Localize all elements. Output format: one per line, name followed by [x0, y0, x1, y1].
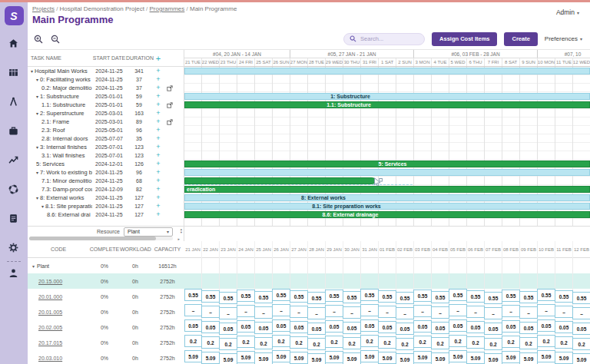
zoom-out-icon[interactable]: [51, 34, 61, 44]
allocation-cell[interactable]: 0.55: [502, 289, 520, 304]
allocation-cell[interactable]: 5.09: [573, 350, 590, 364]
open-task-icon[interactable]: [164, 119, 175, 125]
zoom-in-icon[interactable]: [34, 34, 44, 44]
resource-row[interactable]: 20.15.0000%0h2752h: [28, 273, 590, 289]
task-row[interactable]: 2.8: Internal doors2025-07-0735+: [28, 134, 184, 143]
resource-code-link[interactable]: 20.02.005: [38, 325, 62, 330]
resource-row[interactable]: 20.03.0100%0h2752h5.095.095.095.095.095.…: [28, 350, 590, 364]
app-logo[interactable]: S: [5, 6, 24, 25]
allocation-cell[interactable]: 0.2: [555, 335, 573, 350]
scrollbar-arrow-icon[interactable]: ▸: [177, 237, 180, 241]
allocation-cell[interactable]: 0.55: [520, 289, 538, 304]
allocation-cell[interactable]: 0.05: [202, 319, 220, 335]
task-row[interactable]: ▾1: Substructure2025-01-0159+: [28, 92, 184, 101]
resource-row[interactable]: 20.17.0150%0h2752h0.20.20.20.20.20.20.20…: [28, 335, 590, 350]
allocation-cell[interactable]: 0.55: [343, 289, 361, 304]
allocation-cell[interactable]: 0.2: [184, 335, 202, 350]
task-row[interactable]: ▾7: Work to existing bui2024-11-2596+: [28, 168, 184, 177]
gantt-bar[interactable]: 1: Substructure: [184, 93, 590, 100]
allocation-cell[interactable]: 5.09: [520, 350, 538, 364]
task-row[interactable]: ▾2: Superstructure2025-03-01163+: [28, 109, 184, 117]
panel-splitter[interactable]: Resource Plant ▾ ▴▾ ▸: [28, 226, 590, 241]
expand-caret-icon[interactable]: ▾: [31, 69, 33, 74]
allocation-cell[interactable]: 0.55: [184, 289, 202, 304]
allocation-cell[interactable]: 0.05: [326, 319, 343, 335]
preferences-menu[interactable]: Preferences ▾: [545, 35, 582, 42]
allocation-cell[interactable]: 5.09: [237, 350, 255, 364]
allocation-cell[interactable]: 0.55: [202, 289, 220, 304]
compass-icon[interactable]: [8, 96, 19, 107]
search-input[interactable]: Search...: [343, 33, 425, 45]
add-subtask-icon[interactable]: +: [152, 169, 164, 176]
allocation-cell[interactable]: 0.55: [467, 289, 485, 304]
allocation-cell[interactable]: –: [432, 304, 449, 319]
allocation-cell[interactable]: 0.05: [361, 319, 379, 335]
allocation-cell[interactable]: 0.05: [432, 319, 449, 335]
expand-caret-icon[interactable]: ▾: [32, 263, 35, 269]
gantt-bar[interactable]: [184, 177, 376, 184]
allocation-cell[interactable]: 0.2: [467, 335, 485, 350]
allocation-cell[interactable]: 0.05: [396, 319, 414, 335]
allocation-cell[interactable]: –: [202, 304, 220, 319]
task-row[interactable]: 2.3: Roof2025-05-0196+: [28, 126, 184, 134]
add-subtask-icon[interactable]: +: [152, 186, 164, 193]
allocation-cell[interactable]: 0.05: [220, 319, 237, 335]
resource-row[interactable]: ▾Plant0%0h16512h: [28, 258, 590, 273]
allocation-cell[interactable]: –: [485, 304, 502, 319]
expand-caret-icon[interactable]: ▾: [36, 78, 38, 82]
allocation-cell[interactable]: –: [396, 304, 414, 319]
trend-icon[interactable]: [8, 154, 19, 165]
horizontal-scrollbar[interactable]: [29, 237, 173, 240]
task-row[interactable]: ▾Hospital Main Works2024-11-25341+: [28, 67, 184, 75]
allocation-cell[interactable]: 0.2: [396, 335, 414, 350]
allocation-cell[interactable]: 0.55: [432, 289, 449, 304]
create-button[interactable]: Create: [504, 32, 537, 46]
allocation-cell[interactable]: 5.09: [538, 350, 555, 364]
allocation-cell[interactable]: –: [414, 304, 432, 319]
allocation-cell[interactable]: 0.2: [308, 335, 326, 350]
allocation-cell[interactable]: 0.2: [361, 335, 379, 350]
allocation-cell[interactable]: 5.09: [502, 350, 520, 364]
allocation-cell[interactable]: –: [343, 304, 361, 319]
expand-caret-icon[interactable]: ▾: [36, 94, 38, 99]
allocation-cell[interactable]: 0.55: [255, 289, 273, 304]
allocation-cell[interactable]: 0.2: [255, 335, 273, 350]
allocation-cell[interactable]: 0.05: [273, 319, 290, 335]
task-row[interactable]: 2.1: Frame2025-03-0189+: [28, 117, 184, 126]
allocation-cell[interactable]: 0.55: [273, 289, 290, 304]
allocation-cell[interactable]: 0.55: [290, 289, 308, 304]
allocation-cell[interactable]: 0.55: [308, 289, 326, 304]
allocation-cell[interactable]: 0.55: [326, 289, 343, 304]
allocation-cell[interactable]: 0.2: [449, 335, 467, 350]
allocation-cell[interactable]: 5.09: [220, 350, 237, 364]
add-subtask-icon[interactable]: +: [152, 135, 164, 142]
add-subtask-icon[interactable]: +: [152, 84, 164, 91]
allocation-cell[interactable]: –: [255, 304, 273, 319]
allocation-cell[interactable]: 0.2: [573, 335, 590, 350]
spreadsheet-icon[interactable]: [8, 67, 19, 78]
allocation-cell[interactable]: 0.2: [379, 335, 396, 350]
allocation-cell[interactable]: –: [502, 304, 520, 319]
allocation-cell[interactable]: 0.05: [520, 319, 538, 335]
allocation-cell[interactable]: 5.09: [343, 350, 361, 364]
allocation-cell[interactable]: 0.05: [485, 319, 502, 335]
allocation-cell[interactable]: 5.09: [290, 350, 308, 364]
add-subtask-icon[interactable]: +: [152, 211, 164, 218]
allocation-cell[interactable]: –: [520, 304, 538, 319]
allocation-cell[interactable]: 0.55: [220, 289, 237, 304]
notes-icon[interactable]: [8, 213, 19, 223]
allocation-cell[interactable]: 5.09: [255, 350, 273, 364]
resource-code-link[interactable]: 20.03.010: [38, 356, 62, 361]
expand-caret-icon[interactable]: ▾: [36, 145, 38, 150]
user-icon[interactable]: [8, 267, 19, 278]
gantt-bar[interactable]: 8.1: Site preparation works: [184, 203, 590, 210]
assign-cost-items-button[interactable]: Assign Cost Items: [432, 32, 497, 46]
allocation-cell[interactable]: –: [449, 304, 467, 319]
resource-code-link[interactable]: 20.01.000: [38, 294, 62, 299]
panel-resize-control[interactable]: ▴▾: [181, 228, 182, 234]
task-row[interactable]: 3.1: Wall finishes2025-07-01123+: [28, 151, 184, 160]
allocation-cell[interactable]: –: [308, 304, 326, 319]
resource-select[interactable]: Plant ▾: [124, 227, 173, 237]
allocation-cell[interactable]: 0.55: [485, 289, 502, 304]
add-subtask-icon[interactable]: +: [152, 118, 164, 125]
